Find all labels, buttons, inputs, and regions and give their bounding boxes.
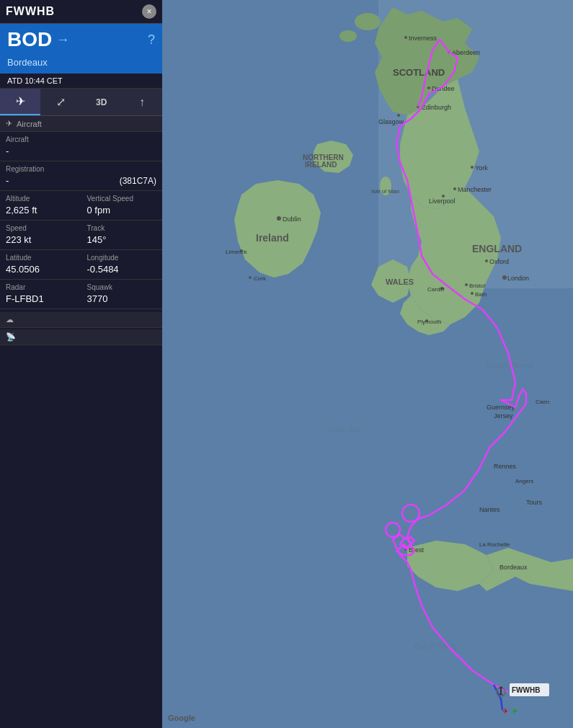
flight-id: FWWHB: [6, 5, 55, 18]
tab-3d[interactable]: 3D: [81, 89, 122, 115]
altitude-row: Altitude 2,625 ft Vertical Speed 0 fpm: [0, 191, 162, 221]
latitude-value: 45.0506: [6, 264, 40, 275]
altitude-label: Altitude: [6, 195, 76, 203]
svg-text:Angers: Angers: [515, 478, 533, 484]
airport-name: Bordeaux: [0, 56, 162, 74]
sidebar: FWWHB × BOD → ? Bordeaux ATD 10:44 CET ✈…: [0, 0, 162, 728]
tab-bar: ✈ ⤢ 3D ↑: [0, 89, 162, 116]
svg-text:Bay of Biscay: Bay of Biscay: [414, 642, 459, 650]
svg-point-33: [249, 276, 252, 279]
svg-point-39: [465, 283, 468, 286]
icao-label: [87, 165, 157, 173]
aircraft-cell: Aircraft -: [0, 132, 162, 161]
svg-point-14: [397, 114, 400, 117]
help-button[interactable]: ?: [148, 32, 155, 48]
timezone: CET: [47, 76, 63, 85]
svg-text:Bordeaux: Bordeaux: [499, 564, 528, 571]
aircraft-row: Aircraft -: [0, 132, 162, 161]
flight-time: ATD 10:44 CET: [0, 74, 162, 89]
map-svg: Inverness Aberdeen SCOTLAND Dundee Edinb…: [162, 0, 573, 728]
sidebar-header: FWWHB ×: [0, 0, 162, 24]
weather-section-header: ☁: [0, 312, 162, 328]
aircraft-section-header: ✈ Aircraft: [0, 116, 162, 132]
svg-text:Oxford: Oxford: [489, 258, 509, 265]
altitude-cell: Altitude 2,625 ft: [0, 191, 81, 220]
google-watermark: Google: [168, 714, 195, 722]
svg-point-18: [453, 187, 456, 190]
track-cell: Track 145°: [81, 221, 163, 249]
altitude-value: 2,625 ft: [6, 205, 37, 216]
svg-text:WALES: WALES: [386, 278, 414, 286]
aircraft-section-label: Aircraft: [17, 120, 42, 128]
svg-text:Glasgow: Glasgow: [378, 118, 404, 125]
svg-text:Jersey: Jersey: [494, 412, 513, 420]
tab-share[interactable]: ↑: [122, 89, 162, 115]
svg-text:✈: ✈: [512, 707, 518, 715]
svg-point-37: [502, 275, 507, 280]
vspeed-value: 0 fpm: [87, 205, 111, 216]
departure-time: 10:44: [25, 76, 45, 85]
svg-text:ENGLAND: ENGLAND: [472, 243, 522, 254]
svg-text:Cork: Cork: [254, 275, 267, 282]
arrow-icon: →: [56, 32, 69, 48]
svg-text:La Rochelle: La Rochelle: [479, 541, 510, 548]
tab-expand[interactable]: ⤢: [40, 89, 81, 115]
close-button[interactable]: ×: [142, 4, 156, 19]
track-label: Track: [87, 224, 157, 232]
weather-icon: ☁: [6, 315, 14, 324]
icao-value: (381C7A): [120, 176, 156, 186]
svg-text:Aberdeen: Aberdeen: [452, 49, 480, 56]
vspeed-cell: Vertical Speed 0 fpm: [81, 191, 163, 220]
svg-text:Inverness: Inverness: [409, 35, 437, 42]
aircraft-label: Aircraft: [6, 136, 156, 143]
squawk-cell: Squawk 3770: [81, 280, 163, 308]
svg-text:Celtic Sea: Celtic Sea: [328, 426, 361, 434]
svg-point-10: [427, 86, 430, 89]
latlon-row: Latitude 45.0506 Longitude -0.5484: [0, 250, 162, 280]
svg-text:Edinburgh: Edinburgh: [422, 104, 451, 111]
flight-code: BOD: [7, 28, 52, 51]
svg-text:Bristol: Bristol: [469, 283, 485, 289]
svg-text:Isle of Man: Isle of Man: [371, 188, 399, 195]
atd-label: ATD: [7, 76, 22, 85]
flight-route: BOD → ?: [0, 24, 162, 56]
svg-text:Tours: Tours: [526, 499, 543, 506]
svg-text:Cardiff: Cardiff: [427, 286, 445, 293]
signal-section-header: 📡: [0, 329, 162, 345]
registration-value: -: [6, 175, 9, 186]
svg-text:Ireland: Ireland: [257, 0, 290, 2]
radar-cell: Radar F-LFBD1: [0, 280, 81, 308]
svg-text:York: York: [475, 164, 488, 172]
aircraft-section-icon: ✈: [6, 119, 12, 128]
svg-point-2: [355, 13, 381, 30]
svg-point-16: [471, 166, 474, 169]
vspeed-label: Vertical Speed: [87, 195, 157, 203]
svg-text:FWWHB: FWWHB: [512, 686, 540, 694]
speed-value: 223 kt: [6, 234, 31, 245]
latitude-cell: Latitude 45.0506: [0, 250, 81, 279]
svg-point-35: [485, 259, 488, 262]
svg-text:Liverpool: Liverpool: [429, 197, 456, 205]
latitude-label: Latitude: [6, 254, 76, 262]
svg-point-5: [404, 36, 407, 39]
svg-text:Nantes: Nantes: [479, 506, 500, 513]
svg-text:Bath: Bath: [475, 291, 487, 298]
svg-text:SCOTLAND: SCOTLAND: [393, 67, 445, 78]
map-background: Inverness Aberdeen SCOTLAND Dundee Edinb…: [162, 0, 573, 728]
svg-text:Plymouth: Plymouth: [417, 319, 441, 325]
radar-row: Radar F-LFBD1 Squawk 3770: [0, 280, 162, 309]
svg-text:Rennes: Rennes: [494, 463, 517, 470]
registration-label: Registration: [6, 165, 76, 173]
speed-row: Speed 223 kt Track 145°: [0, 221, 162, 250]
tab-aircraft[interactable]: ✈: [0, 89, 40, 115]
svg-text:Limerick: Limerick: [226, 249, 248, 255]
svg-text:Caen: Caen: [536, 399, 549, 405]
squawk-value: 3770: [87, 293, 108, 304]
signal-icon: 📡: [6, 332, 16, 342]
map-area[interactable]: Inverness Aberdeen SCOTLAND Dundee Edinb…: [162, 0, 573, 728]
svg-text:Ireland: Ireland: [256, 232, 289, 244]
info-section: ✈ Aircraft Aircraft - Registration - (38…: [0, 116, 162, 728]
icao-cell: (381C7A): [81, 161, 163, 190]
svg-text:IRELAND: IRELAND: [305, 161, 337, 169]
speed-cell: Speed 223 kt: [0, 221, 81, 249]
